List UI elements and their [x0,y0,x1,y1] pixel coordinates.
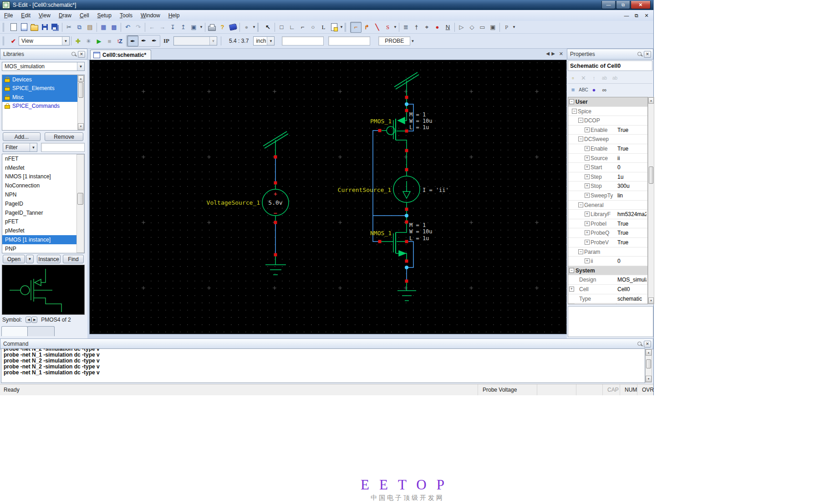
collapse-icon[interactable]: − [578,136,583,141]
symbol-prev-icon[interactable]: ◀ [25,317,31,323]
component-item-noconnection[interactable]: NoConnection [2,181,84,190]
abc-icon[interactable]: ABC [578,85,589,95]
library-item-spice_elements[interactable]: SPICE_Elements [2,84,84,93]
open-folder-icon[interactable] [29,22,40,32]
expand-icon[interactable]: + [585,221,590,226]
component-item-pmos[interactable]: PMOS [1 instance] [2,235,84,244]
copy-icon[interactable]: ⧉ [74,22,85,32]
draw-rectangle-icon[interactable]: □ [276,22,287,32]
property-value[interactable]: hm5324ma2 [617,211,647,217]
property-row-enable[interactable]: +EnableTrue [568,126,647,135]
paste-icon[interactable]: ▤ [85,22,95,32]
toolbar-field-1[interactable] [282,36,324,45]
stop-simulation-icon[interactable]: ■ [104,36,115,46]
open-design-icon[interactable] [19,22,29,32]
property-grid-scrollbar[interactable]: ▲ ▼ [648,97,654,304]
wire-tool-icon[interactable]: ⌐ [350,22,362,33]
tab-prev-icon[interactable]: ◀ [546,51,550,56]
properties-tool-icon[interactable]: P [501,22,512,32]
component-item-npn[interactable]: NPN [2,190,84,199]
pin-icon[interactable] [71,52,76,57]
property-value[interactable]: Cell0 [617,286,647,292]
voltage-source-label[interactable]: VoltageSource_1 [207,199,260,206]
nmos-label[interactable]: NMOS_1 [370,230,392,237]
property-row-enable[interactable]: +EnableTrue [568,144,647,154]
pin-icon[interactable] [637,52,642,57]
property-value[interactable]: 0 [617,258,647,264]
scroll-down-icon[interactable]: ▼ [648,297,654,304]
component-list-scrollbar[interactable] [76,154,84,253]
filter-select[interactable]: Filter▼ [3,143,37,152]
stop-display-icon[interactable]: ● [589,85,599,95]
chevron-down-icon[interactable]: ▼ [267,37,274,45]
expand-icon[interactable]: + [585,240,590,245]
property-row-probev[interactable]: +ProbeVTrue [568,238,647,247]
component-item-nmos[interactable]: NMOS [1 instance] [2,172,84,181]
command-scrollbar[interactable]: ▲ ▼ [645,349,652,383]
run-simulation-icon[interactable]: ▶ [94,36,104,46]
net-label-icon[interactable]: ≣ [401,22,411,32]
expand-icon[interactable]: + [585,258,590,263]
check-design-icon[interactable]: ✔ [8,36,19,46]
collapse-icon[interactable]: − [578,118,583,123]
scroll-up-icon[interactable]: ▲ [646,349,652,356]
chevron-down-icon[interactable]: ▼ [339,25,344,29]
component-item-nfet[interactable]: nFET [2,154,84,163]
scroll-up-icon[interactable]: ▲ [648,97,654,104]
property-value[interactable]: schematic [617,296,647,302]
menu-draw[interactable]: Draw [55,11,76,20]
probe-tool-icon[interactable]: ✒ [127,35,138,46]
component-item-pageid_tanner[interactable]: PageID_Tanner [2,208,84,217]
rename-ab-icon[interactable]: ab [599,73,610,83]
symbol-shape-d-icon[interactable]: ▷ [456,22,467,32]
property-row-source[interactable]: +Sourceii [568,154,647,163]
trace-icon[interactable]: tZ [115,36,125,46]
close-icon[interactable]: ✕ [644,341,651,348]
current-source-label[interactable]: CurrentSource_1 [338,186,391,193]
delete-property-icon[interactable]: ✕ [578,73,589,83]
library-item-spice_commands[interactable]: SPICE_Commands [2,102,84,111]
cut-icon[interactable]: ✂ [64,22,74,32]
symbol-shape-diamond-icon[interactable]: ◇ [467,22,477,32]
property-row-type[interactable]: Typeschematic [568,294,647,304]
tab-libraries[interactable] [1,326,28,336]
schematic-canvas[interactable]: + − 5.0v VoltageSource_1 [89,60,567,334]
property-row-stop[interactable]: +Stop300u [568,181,647,191]
save-all-icon[interactable] [50,22,61,32]
probe-ip-icon[interactable]: IP [161,36,172,46]
menu-edit[interactable]: Edit [17,11,35,20]
collapse-icon[interactable]: − [578,202,583,207]
units-select[interactable]: inch▼ [253,36,275,45]
check-in-icon[interactable]: ↧ [168,22,178,32]
pin-icon[interactable] [637,342,642,347]
chevron-down-icon[interactable]: ▼ [62,37,69,45]
menu-cell[interactable]: Cell [76,11,93,20]
chevron-down-icon[interactable]: ▼ [30,143,37,151]
setup-tools-icon[interactable]: ✳ [83,36,94,46]
promote-property-icon[interactable]: ↑ [589,73,599,83]
toolbar-grip[interactable] [3,23,6,32]
undo-icon[interactable]: ↶ [122,22,133,32]
net-name-icon[interactable]: N [443,22,453,32]
property-value[interactable]: 300u [617,183,647,189]
scroll-down-icon[interactable]: ▼ [646,376,652,382]
property-value[interactable]: True [617,230,647,236]
toolbar-grip[interactable] [3,36,6,45]
options-icon[interactable]: ● [241,22,252,32]
symbol-next-icon[interactable]: ▶ [31,317,37,323]
chevron-down-icon[interactable]: ▼ [512,25,516,29]
menu-help[interactable]: Help [164,11,184,20]
toolbar-grip[interactable] [257,23,261,32]
chevron-down-icon[interactable]: ▼ [410,39,415,43]
print-icon[interactable] [207,22,217,32]
collapse-icon[interactable]: − [572,109,577,114]
spline-tool-icon[interactable]: S [382,22,393,32]
restore-button[interactable]: ⧉ [616,1,630,9]
pmos-label[interactable]: PMOS_1 [370,118,392,125]
draw-polygon-icon[interactable]: ∟ [287,22,297,32]
rename-ab2-icon[interactable]: ab [610,73,620,83]
toolbar-grip[interactable] [345,23,348,32]
find-button[interactable]: Find [63,255,84,263]
component-item-pfet[interactable]: pFET [2,217,84,227]
place-instance-icon[interactable] [329,22,339,32]
